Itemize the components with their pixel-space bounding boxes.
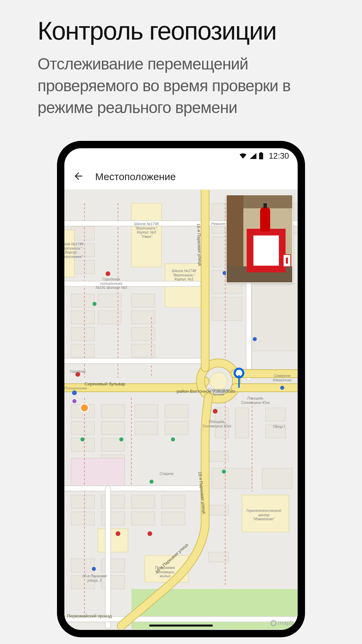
svg-point-76 (80, 437, 84, 441)
svg-point-77 (119, 437, 123, 441)
phone-screen: 12:30 Местоположение (64, 148, 298, 630)
svg-point-79 (149, 480, 154, 484)
svg-point-75 (171, 437, 175, 441)
cellular-icon (249, 153, 257, 159)
svg-rect-30 (135, 421, 158, 435)
svg-point-66 (147, 531, 152, 536)
location-photo-thumbnail[interactable] (226, 195, 293, 283)
svg-rect-15 (101, 405, 125, 418)
svg-point-68 (213, 409, 218, 414)
map-view[interactable]: Сиреневый бульвар район Восточное Измайл… (64, 190, 298, 630)
map-label-sevizm: СеверноеИзмайлово (273, 374, 292, 382)
current-location-pin (234, 368, 244, 378)
mapbox-logo-icon (270, 620, 277, 626)
svg-rect-16 (101, 421, 125, 435)
home-indicator[interactable] (149, 625, 213, 627)
svg-point-71 (280, 386, 284, 390)
svg-rect-24 (131, 495, 155, 508)
map-label-petr1: Пётр I (273, 425, 285, 429)
svg-rect-47 (235, 408, 249, 438)
svg-rect-0 (259, 153, 263, 159)
svg-rect-31 (165, 405, 188, 418)
svg-point-78 (222, 470, 226, 474)
app-bar: Местоположение (64, 164, 298, 190)
svg-point-69 (72, 390, 77, 395)
svg-rect-25 (131, 512, 155, 525)
map-label-street-bottom: Первомайский проезд (67, 613, 112, 619)
svg-point-63 (210, 372, 227, 390)
svg-rect-48 (265, 408, 286, 421)
svg-rect-23 (101, 512, 125, 525)
svg-point-67 (116, 531, 120, 536)
svg-rect-45 (252, 284, 298, 351)
svg-rect-33 (131, 294, 155, 307)
svg-rect-9 (71, 344, 95, 358)
svg-rect-29 (135, 405, 158, 418)
svg-rect-26 (162, 495, 185, 508)
wifi-icon (239, 153, 247, 159)
svg-rect-51 (212, 468, 252, 488)
svg-rect-27 (162, 512, 185, 525)
screen-title: Местоположение (95, 171, 176, 182)
svg-point-72 (92, 567, 96, 571)
arrow-left-icon (73, 170, 84, 183)
back-button[interactable] (71, 169, 86, 184)
svg-rect-8 (71, 327, 95, 341)
map-label-street-main: Сиреневый бульвар (84, 381, 125, 386)
map-attribution: mapb (270, 620, 294, 627)
map-label-plsol: ПлощадьСоловецких Юнг (241, 396, 270, 405)
svg-rect-7 (71, 311, 95, 324)
svg-rect-6 (71, 294, 95, 307)
svg-rect-1 (260, 152, 262, 153)
svg-rect-52 (262, 468, 292, 488)
svg-rect-20 (71, 495, 95, 508)
status-bar: 12:30 (64, 148, 298, 164)
svg-rect-44 (212, 297, 242, 321)
svg-point-80 (80, 404, 88, 412)
svg-rect-28 (98, 529, 128, 552)
map-label-school-k1: Школа №1748"Вертикаль".Корпус №1 (172, 269, 197, 281)
phone-frame: 12:30 Местоположение (57, 141, 305, 637)
svg-rect-13 (71, 421, 95, 435)
map-label-street-vert4: 16-я Парковая улица (196, 223, 202, 266)
svg-point-73 (253, 337, 257, 341)
battery-icon (259, 152, 263, 160)
svg-point-81 (72, 399, 76, 403)
svg-point-64 (106, 271, 110, 276)
map-label-polyclinic: Поликлиника (64, 386, 87, 390)
svg-point-74 (93, 302, 97, 306)
page-title: Контроль геопозиции (0, 0, 362, 53)
svg-rect-55 (71, 559, 95, 572)
status-time: 12:30 (269, 151, 289, 161)
svg-rect-21 (71, 512, 95, 525)
page-subtitle: Отслеживание перемещений проверяемого во… (0, 53, 362, 118)
svg-rect-19 (71, 458, 125, 488)
map-label-sparta: Спарта (160, 472, 173, 476)
map-label-gorzdrav: Горздрав (70, 369, 86, 373)
svg-rect-22 (101, 495, 125, 508)
svg-rect-32 (165, 421, 188, 435)
svg-rect-56 (101, 559, 125, 572)
